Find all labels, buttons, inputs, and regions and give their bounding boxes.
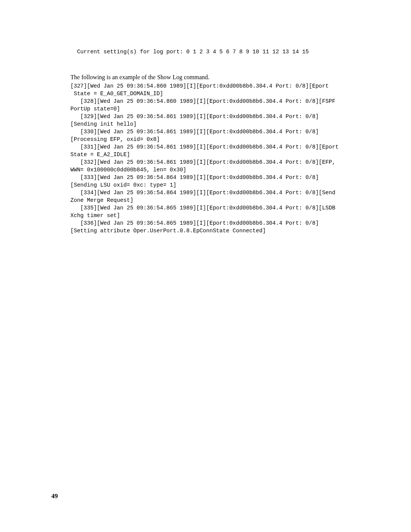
page-number: 49: [51, 492, 58, 500]
log-output: [327][Wed Jan 25 09:36:54.860 1989][I][E…: [70, 82, 342, 235]
intro-text: The following is an example of the Show …: [70, 74, 342, 81]
document-page: Current setting(s) for log port: 0 1 2 3…: [0, 0, 411, 235]
settings-line: Current setting(s) for log port: 0 1 2 3…: [70, 48, 342, 56]
